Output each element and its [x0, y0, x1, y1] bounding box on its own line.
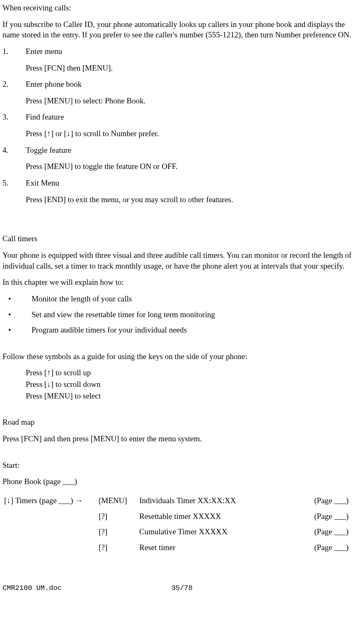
bullet-item: • Monitor the length of your calls — [2, 293, 362, 304]
key-cell: [?] — [97, 524, 138, 540]
symbol-line: Press [↑] to scroll up — [26, 367, 362, 378]
page-cell: (Page ___) — [313, 540, 362, 555]
phonebook-line: Phone Book (page ___) — [2, 476, 362, 487]
symbol-line: Press [↓] to scroll down — [26, 379, 362, 390]
key-cell: [?] — [97, 540, 138, 555]
bullet-icon: • — [2, 325, 32, 335]
step-title: Enter phone book — [26, 79, 82, 90]
step-number: 2. — [2, 79, 26, 90]
roadmap-table: [↓] Timers (page ___) → [MENU] Individua… — [2, 493, 362, 555]
step-number: 1. — [2, 46, 26, 57]
step-title: Find feature — [26, 112, 64, 122]
step-number: 3. — [2, 112, 26, 122]
item-cell: Reset timer — [138, 540, 313, 555]
bullet-text: Monitor the length of your calls — [32, 293, 132, 304]
footer-filename: CMR2100 UM.doc — [2, 584, 122, 593]
key-cell: [?] — [97, 509, 138, 524]
roadmap-title: Road map — [2, 417, 362, 428]
symbols-intro: Follow these symbols as a guide for usin… — [2, 351, 362, 362]
footer-page-number: 35/78 — [122, 584, 242, 593]
chapter-bullets: • Monitor the length of your calls • Set… — [2, 293, 362, 335]
nav-cell: [↓] Timers (page ___) → — [2, 493, 97, 509]
step-title: Toggle feature — [26, 145, 71, 156]
section-1-title: When receiving calls: — [2, 2, 362, 13]
section-1-intro: If you subscribe to Caller ID, your phon… — [2, 19, 362, 40]
key-cell: [MENU] — [97, 493, 138, 509]
bullet-item: • Set and view the resettable timer for … — [2, 309, 362, 320]
bullet-item: • Program audible timers for your indivi… — [2, 325, 362, 335]
step-1: 1. Enter menu Press [FCN] then [MENU]. — [2, 46, 362, 73]
page-cell: (Page ___) — [313, 493, 362, 509]
step-3: 3. Find feature Press [↑] or [↓] to scro… — [2, 112, 362, 139]
item-cell: Cumulative Timer XXXXX — [138, 524, 313, 540]
table-row: [↓] Timers (page ___) → [MENU] Individua… — [2, 493, 362, 509]
step-number: 4. — [2, 145, 26, 156]
symbol-line: Press [MENU] to select — [26, 391, 362, 401]
roadmap-intro: Press [FCN] and then press [MENU] to ent… — [2, 433, 362, 444]
bullet-icon: • — [2, 293, 32, 304]
step-desc: Press [↑] or [↓] to scroll to Number pre… — [26, 128, 362, 139]
bullet-icon: • — [2, 309, 32, 320]
bullet-text: Set and view the resettable timer for lo… — [32, 309, 215, 320]
step-5: 5. Exit Menu Press [END] to exit the men… — [2, 178, 362, 205]
explain-intro: In this chapter we will explain how to: — [2, 277, 362, 288]
step-title: Enter menu — [26, 46, 62, 57]
item-cell: Resettable timer XXXXX — [138, 509, 313, 524]
step-desc: Press [END] to exit the menu, or you may… — [26, 194, 362, 205]
section-1-steps: 1. Enter menu Press [FCN] then [MENU]. 2… — [2, 46, 362, 205]
step-2: 2. Enter phone book Press [MENU] to sele… — [2, 79, 362, 106]
section-2-title: Call timers — [2, 233, 362, 244]
step-desc: Press [MENU] to toggle the feature ON or… — [26, 161, 362, 172]
start-label: Start: — [2, 460, 362, 471]
symbols-block: Press [↑] to scroll up Press [↓] to scro… — [26, 367, 362, 401]
table-row: [?] Cumulative Timer XXXXX (Page ___) — [2, 524, 362, 540]
step-number: 5. — [2, 178, 26, 188]
step-desc: Press [FCN] then [MENU]. — [26, 63, 362, 73]
step-title: Exit Menu — [26, 178, 59, 188]
step-desc: Press [MENU] to select: Phone Book. — [26, 95, 362, 106]
table-row: [?] Resettable timer XXXXX (Page ___) — [2, 509, 362, 524]
page-cell: (Page ___) — [313, 524, 362, 540]
page-cell: (Page ___) — [313, 509, 362, 524]
bullet-text: Program audible timers for your individu… — [32, 325, 187, 335]
section-2-intro: Your phone is equipped with three visual… — [2, 250, 362, 271]
page-footer: CMR2100 UM.doc 35/78 — [2, 584, 362, 593]
step-4: 4. Toggle feature Press [MENU] to toggle… — [2, 145, 362, 172]
item-cell: Individuals Timer XX:XX:XX — [138, 493, 313, 509]
table-row: [?] Reset timer (Page ___) — [2, 540, 362, 555]
